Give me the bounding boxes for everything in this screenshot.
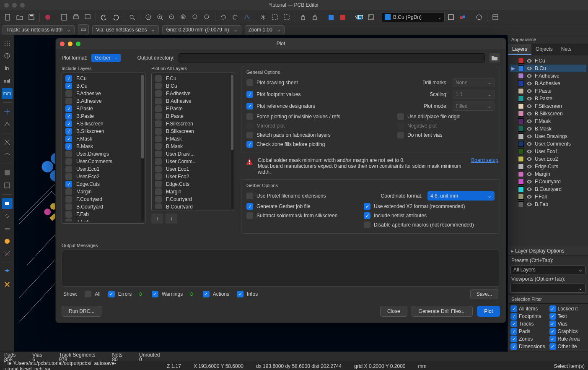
- plot-all-layer-row[interactable]: B.Cu: [153, 82, 229, 90]
- cb-footprint-values[interactable]: [246, 91, 253, 98]
- units-in-button[interactable]: in: [2, 63, 13, 74]
- save-icon[interactable]: [26, 12, 37, 23]
- open-icon[interactable]: [14, 12, 25, 23]
- zoom-selection-icon[interactable]: [190, 12, 201, 23]
- include-layer-checkbox[interactable]: [65, 211, 72, 218]
- plot-all-layer-row[interactable]: B.Courtyard: [153, 203, 229, 209]
- selection-filter-item[interactable]: Zones: [510, 336, 547, 342]
- include-layer-checkbox[interactable]: [65, 143, 72, 150]
- visibility-icon[interactable]: [526, 103, 532, 109]
- plot-all-layer-row[interactable]: F.Silkscreen: [153, 120, 229, 128]
- appearance-layer-row[interactable]: ▶User.Comments: [510, 140, 586, 148]
- visibility-icon[interactable]: [526, 194, 532, 200]
- include-layer-row[interactable]: F.Silkscreen: [64, 120, 139, 128]
- include-layers-list[interactable]: F.CuB.CuF.AdhesiveB.AdhesiveF.PasteB.Pas…: [62, 73, 145, 224]
- include-layer-row[interactable]: F.Courtyard: [64, 195, 139, 203]
- include-layer-checkbox[interactable]: [65, 181, 72, 188]
- drc-icon[interactable]: [365, 12, 376, 23]
- include-layer-row[interactable]: B.Paste: [64, 112, 139, 120]
- units-mil-button[interactable]: mil: [2, 76, 13, 86]
- move-up-button[interactable]: ↑: [151, 214, 163, 224]
- tab-nets[interactable]: Nets: [557, 44, 576, 55]
- selection-filter-item[interactable]: Dimensions: [510, 343, 547, 350]
- run-drc-button[interactable]: Run DRC...: [62, 306, 101, 317]
- cb-use-drill-origin[interactable]: [397, 113, 404, 120]
- plot-all-checkbox[interactable]: [155, 75, 162, 82]
- include-layer-checkbox[interactable]: [65, 166, 72, 172]
- rotate-cw-icon[interactable]: [230, 12, 241, 23]
- plot-all-checkbox[interactable]: [155, 83, 162, 89]
- curved-ratsnest-icon[interactable]: [2, 149, 13, 160]
- selection-filter-item[interactable]: Tracks: [510, 320, 547, 327]
- include-layer-checkbox[interactable]: [65, 75, 72, 82]
- include-layer-checkbox[interactable]: [65, 105, 72, 112]
- cb-show-actions[interactable]: [203, 291, 210, 297]
- include-layer-checkbox[interactable]: [65, 120, 72, 127]
- appearance-layer-row[interactable]: ▶Edge.Cuts: [510, 163, 586, 170]
- include-layer-row[interactable]: F.Mask: [64, 135, 139, 143]
- layer-pair-icon[interactable]: [446, 12, 456, 23]
- appearance-layer-row[interactable]: ▶B.Fab: [510, 201, 586, 208]
- zoom-in-icon[interactable]: [155, 12, 166, 23]
- appearance-layer-row[interactable]: ▶F.Adhesive: [510, 72, 586, 80]
- track-width-auto-icon[interactable]: [78, 24, 89, 35]
- appearance-layer-row[interactable]: ▶B.Courtyard: [510, 185, 586, 193]
- plot-all-layer-row[interactable]: F.Mask: [153, 135, 229, 143]
- include-layer-checkbox[interactable]: [65, 196, 72, 203]
- unlock-icon[interactable]: [309, 12, 320, 23]
- appearance-layer-row[interactable]: ▶User.Eco1: [510, 148, 586, 155]
- zone-outline-icon[interactable]: [2, 180, 13, 191]
- include-layer-checkbox[interactable]: [65, 188, 72, 195]
- cb-show-errors[interactable]: [108, 291, 115, 297]
- include-layer-checkbox[interactable]: [65, 135, 72, 142]
- include-layer-row[interactable]: Edge.Cuts: [64, 180, 139, 188]
- units-mm-button[interactable]: mm: [2, 88, 13, 99]
- include-layer-row[interactable]: F.Fab: [64, 211, 139, 218]
- undo-icon[interactable]: [98, 12, 109, 23]
- footprint-editor-icon[interactable]: [326, 12, 337, 23]
- appearance-layer-row[interactable]: ▶B.Paste: [510, 95, 586, 102]
- include-layer-row[interactable]: B.Adhesive: [64, 97, 139, 105]
- cb-sketch-pads[interactable]: [246, 132, 253, 138]
- cb-check-zones[interactable]: [246, 141, 253, 148]
- output-messages-box[interactable]: [62, 250, 500, 287]
- visibility-icon[interactable]: [526, 171, 532, 177]
- include-layer-row[interactable]: B.Fab: [64, 218, 139, 221]
- rotate-ccw-icon[interactable]: [218, 12, 229, 23]
- flip-h-icon[interactable]: [241, 12, 252, 23]
- render3d-icon[interactable]: [457, 12, 468, 23]
- selection-filter-item[interactable]: Other ite: [549, 343, 586, 350]
- plot-all-checkbox[interactable]: [155, 173, 162, 180]
- include-layer-checkbox[interactable]: [65, 98, 72, 104]
- grid-toggle-icon[interactable]: [2, 38, 13, 49]
- appearance-layer-row[interactable]: ▶B.Silkscreen: [510, 110, 586, 117]
- include-layer-row[interactable]: Margin: [64, 188, 139, 195]
- include-layer-checkbox[interactable]: [65, 83, 72, 89]
- plot-all-layer-row[interactable]: F.Adhesive: [153, 90, 229, 97]
- new-icon[interactable]: [3, 12, 13, 23]
- mirror-icon[interactable]: [258, 12, 269, 23]
- show-props-icon[interactable]: [490, 12, 501, 23]
- plot-icon[interactable]: [82, 12, 93, 23]
- include-layer-checkbox[interactable]: [65, 173, 72, 180]
- plot-all-checkbox[interactable]: [155, 90, 162, 97]
- cb-tent-vias[interactable]: [397, 132, 404, 138]
- plot-all-layer-row[interactable]: Margin: [153, 188, 229, 195]
- page-settings-icon[interactable]: [59, 12, 70, 23]
- plot-all-layer-row[interactable]: User.Drawi...: [153, 150, 229, 158]
- save-messages-button[interactable]: Save...: [470, 289, 498, 299]
- close-button[interactable]: Close: [380, 306, 407, 317]
- include-layer-row[interactable]: B.Courtyard: [64, 203, 139, 211]
- browse-folder-button[interactable]: [489, 53, 500, 63]
- cb-force-invisible[interactable]: [246, 113, 253, 120]
- visibility-icon[interactable]: [526, 96, 532, 102]
- include-layer-row[interactable]: User.Drawings: [64, 150, 139, 158]
- selection-filter-item[interactable]: Footprints: [510, 313, 547, 320]
- cb-show-all[interactable]: [85, 291, 91, 297]
- appearance-layer-row[interactable]: ▶F.Mask: [510, 117, 586, 125]
- selection-filter-item[interactable]: Pads: [510, 328, 547, 335]
- layer-selector[interactable]: B.Cu (PgDn) ⌄: [382, 12, 445, 22]
- layer-display-options-header[interactable]: ▸ Layer Display Options: [508, 246, 588, 256]
- track-width-selector[interactable]: Track: use netclass width⌄: [3, 25, 75, 34]
- zoom-redraw-icon[interactable]: [143, 12, 154, 23]
